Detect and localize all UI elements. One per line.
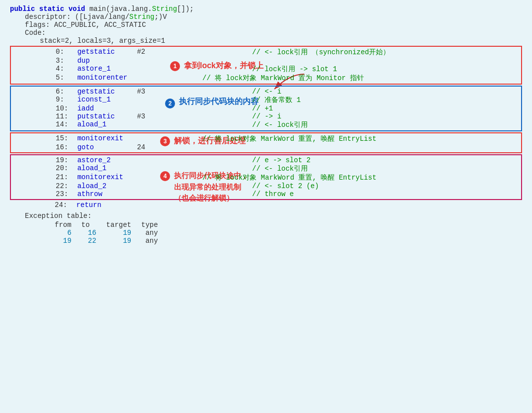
bytecode-6: 6: getstatic #3 // <- i: [56, 88, 518, 96]
code-viewer: public static void main(java.lang.String…: [10, 5, 522, 245]
exc-target-1: 19: [106, 229, 141, 237]
bytecode-24: 24: return: [10, 201, 522, 209]
bytecode-22: 22: aload_2 // <- slot 2 (e): [56, 182, 518, 190]
col-to: to: [82, 221, 106, 229]
exc-type-1: any: [141, 229, 168, 237]
col-target: target: [106, 221, 141, 229]
red-box-2: 3 解锁，进行善后处理 15: monitorexit // 将 lock对象 …: [10, 132, 522, 153]
bytecode-16: 16: goto 24: [56, 143, 518, 151]
bytecode-21: 21: monitorexit // 将 lock对象 MarkWord 重置,…: [56, 173, 518, 182]
exc-from-1: 6: [55, 229, 82, 237]
bytecode-3: 3: dup: [56, 57, 518, 65]
exception-table-header-label: Exception table:: [25, 212, 522, 220]
header-line2: descriptor: ([Ljava/lang/String;)V: [10, 13, 522, 21]
pink-box: 4 执行同步代码块途中， 出现异常的处理机制 （也会进行解锁） 19: asto…: [10, 154, 522, 200]
header-line5: stack=2, locals=3, args_size=1: [10, 37, 522, 45]
header-line1: public static void main(java.lang.String…: [10, 5, 522, 13]
bytecode-15: 15: monitorexit // 将 lock对象 MarkWord 重置,…: [56, 134, 518, 143]
red-box-1: 1 拿到lock对象，并锁上 0: getstatic #2: [10, 46, 522, 85]
bytecode-14: 14: aload_1 // <- lock引用: [56, 120, 518, 129]
exc-to-1: 16: [82, 229, 106, 237]
bytecode-23: 23: athrow // throw e: [56, 190, 518, 198]
exception-table: from to target type 6 16 19 any 19 22 19: [55, 221, 168, 245]
col-type: type: [141, 221, 168, 229]
header-line3: flags: ACC_PUBLIC, ACC_STATIC: [10, 21, 522, 29]
exc-target-2: 19: [106, 237, 141, 245]
blue-box: 2 执行同步代码块的内容 6: getstatic #3 // <- i 9: …: [10, 86, 522, 131]
section-red1: 1 拿到lock对象，并锁上 0: getstatic #2: [10, 46, 522, 209]
exc-from-2: 19: [55, 237, 82, 245]
header-line4: Code:: [10, 29, 522, 37]
bytecode-20: 20: aload_1 // <- lock引用: [56, 164, 518, 173]
bytecode-9: 9: iconst_1 // 准备常数 1: [56, 96, 518, 104]
exception-row-1: 6 16 19 any: [55, 229, 168, 237]
exc-type-2: any: [141, 237, 168, 245]
col-from: from: [55, 221, 82, 229]
bytecode-5: 5: monitorenter // 将 lock对象 MarkWord 置为 …: [56, 74, 518, 83]
bytecode-11: 11: putstatic #3 // -> i: [56, 112, 518, 120]
bytecode-10: 10: iadd // +1: [56, 104, 518, 112]
exc-to-2: 22: [82, 237, 106, 245]
exception-table-headers: from to target type: [55, 221, 168, 229]
bytecode-0: 0: getstatic #2 // <- lock引用 （synchroniz…: [56, 48, 518, 57]
bytecode-19: 19: astore_2 // e -> slot 2: [56, 156, 518, 164]
bytecode-4: 4: astore_1 // lock引用 -> slot 1: [56, 65, 518, 74]
exception-table-section: Exception table: from to target type 6 1…: [10, 212, 522, 245]
exception-row-2: 19 22 19 any: [55, 237, 168, 245]
